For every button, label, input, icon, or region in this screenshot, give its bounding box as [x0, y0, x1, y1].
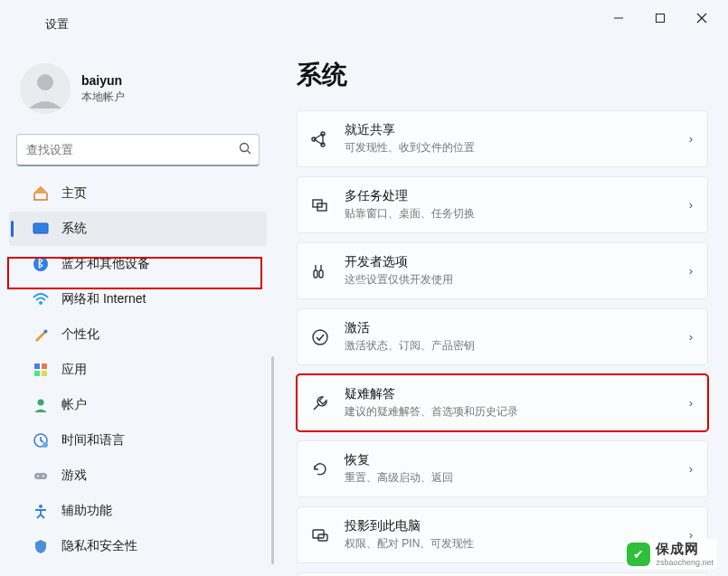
- nav-item-privacy[interactable]: 隐私和安全性: [9, 529, 267, 563]
- activation-icon: [310, 327, 330, 347]
- card-subtitle: 重置、高级启动、返回: [345, 470, 675, 486]
- card-recovery[interactable]: 恢复 重置、高级启动、返回 ›: [297, 440, 708, 497]
- nav-item-apps[interactable]: 应用: [9, 353, 267, 387]
- card-title: 开发者选项: [345, 254, 675, 270]
- nav-label: 个性化: [61, 326, 99, 343]
- svg-rect-11: [34, 364, 40, 369]
- nav-item-home[interactable]: 主页: [9, 176, 267, 211]
- svg-line-5: [248, 151, 251, 155]
- nav-label: 隐私和安全性: [61, 538, 137, 554]
- svg-point-29: [313, 330, 327, 345]
- personalization-icon: [33, 326, 49, 343]
- chevron-right-icon: ›: [689, 198, 693, 212]
- nav-item-accessibility[interactable]: 辅助功能: [9, 494, 267, 528]
- card-troubleshoot[interactable]: 疑难解答 建议的疑难解答、首选项和历史记录 ›: [297, 374, 708, 431]
- search-icon: [239, 142, 251, 157]
- watermark-url: zsbaocheng.net: [656, 558, 714, 567]
- nav-item-system[interactable]: 系统: [9, 212, 267, 246]
- page-title: 系统: [289, 47, 715, 110]
- card-title: 激活: [345, 320, 675, 336]
- nav-label: 游戏: [61, 467, 87, 484]
- card-subtitle: 贴靠窗口、桌面、任务切换: [345, 206, 675, 222]
- svg-rect-18: [34, 473, 47, 479]
- svg-rect-1: [657, 14, 665, 23]
- card-subtitle: 激活状态、订阅、产品密钥: [345, 338, 675, 354]
- svg-line-30: [314, 404, 319, 410]
- card-subtitle: 可发现性、收到文件的位置: [345, 140, 675, 156]
- card-activation[interactable]: 激活 激活状态、订阅、产品密钥 ›: [297, 308, 708, 365]
- nav-item-bluetooth[interactable]: 蓝牙和其他设备: [9, 247, 267, 281]
- sidebar-scrollbar[interactable]: [271, 356, 274, 564]
- nav-item-network[interactable]: 网络和 Internet: [9, 282, 267, 316]
- maximize-button[interactable]: [639, 4, 681, 33]
- watermark: ✔ 保成网 zsbaocheng.net: [625, 539, 717, 569]
- svg-point-20: [43, 476, 44, 477]
- bluetooth-icon: [33, 256, 49, 272]
- main-panel: 系统 就近共享 可发现性、收到文件的位置 › 多任务处理 贴靠窗口、桌面、任务切…: [289, 47, 715, 576]
- profile-account-type: 本地帐户: [81, 90, 125, 105]
- apps-icon: [33, 362, 49, 378]
- chevron-right-icon: ›: [689, 462, 693, 476]
- card-title: 就近共享: [345, 122, 675, 138]
- card-subtitle: 建议的疑难解答、首选项和历史记录: [345, 404, 675, 420]
- watermark-brand: 保成网: [656, 541, 714, 558]
- svg-point-21: [39, 505, 43, 508]
- network-icon: [33, 291, 49, 307]
- nav-label: 主页: [61, 185, 87, 202]
- share-icon: [310, 129, 330, 149]
- search-input[interactable]: [26, 143, 239, 156]
- accounts-icon: [33, 397, 49, 413]
- nav-item-gaming[interactable]: 游戏: [9, 458, 267, 493]
- privacy-icon: [33, 538, 49, 554]
- svg-point-15: [38, 400, 44, 406]
- nav-label: 蓝牙和其他设备: [61, 256, 150, 272]
- nav-item-time[interactable]: 时间和语言: [9, 423, 267, 458]
- nav-item-accounts[interactable]: 帐户: [9, 388, 267, 422]
- card-title: 疑难解答: [345, 386, 675, 402]
- card-title: 恢复: [345, 452, 675, 468]
- nav-label: 辅助功能: [61, 503, 112, 519]
- chevron-right-icon: ›: [689, 264, 693, 278]
- svg-point-3: [37, 74, 53, 90]
- svg-rect-27: [314, 270, 317, 278]
- card-multitasking[interactable]: 多任务处理 贴靠窗口、桌面、任务切换 ›: [297, 176, 708, 233]
- nav: 主页 系统 蓝牙和其他设备 网络和 Internet 个性化 应用: [0, 175, 276, 564]
- nav-label: 帐户: [61, 397, 87, 413]
- nav-label: 应用: [61, 362, 87, 378]
- svg-point-19: [37, 476, 39, 477]
- card-subtitle: 这些设置仅供开发使用: [345, 272, 675, 288]
- profile-block[interactable]: baiyun 本地帐户: [0, 52, 276, 130]
- nav-label: 网络和 Internet: [61, 291, 146, 307]
- nav-label: 时间和语言: [61, 432, 125, 449]
- svg-point-10: [44, 330, 48, 334]
- titlebar: [0, 0, 728, 36]
- svg-rect-6: [33, 223, 48, 233]
- search-box[interactable]: [16, 134, 260, 166]
- accessibility-icon: [33, 503, 49, 519]
- troubleshoot-icon: [310, 393, 330, 413]
- svg-point-9: [39, 301, 43, 305]
- multitask-icon: [310, 195, 330, 215]
- minimize-button[interactable]: [598, 4, 639, 33]
- svg-rect-14: [42, 371, 47, 376]
- card-developer[interactable]: 开发者选项 这些设置仅供开发使用 ›: [297, 242, 708, 299]
- nav-label: 系统: [61, 221, 87, 237]
- card-nearby-sharing[interactable]: 就近共享 可发现性、收到文件的位置 ›: [297, 110, 708, 167]
- system-icon: [33, 221, 49, 237]
- time-icon: [33, 432, 49, 449]
- card-remote-desktop[interactable]: 远程桌面: [297, 572, 708, 576]
- watermark-logo-icon: ✔: [627, 543, 650, 566]
- home-icon: [33, 185, 49, 202]
- avatar: [20, 63, 71, 114]
- profile-name: baiyun: [81, 73, 125, 88]
- gaming-icon: [33, 467, 49, 484]
- sidebar: baiyun 本地帐户 主页 系统 蓝牙和其他设备: [0, 47, 276, 576]
- svg-rect-28: [319, 270, 323, 278]
- svg-rect-13: [34, 371, 40, 376]
- chevron-right-icon: ›: [689, 396, 693, 410]
- project-icon: [310, 525, 330, 545]
- recovery-icon: [310, 459, 330, 479]
- close-button[interactable]: [681, 4, 723, 33]
- nav-item-personalization[interactable]: 个性化: [9, 317, 267, 352]
- chevron-right-icon: ›: [689, 132, 693, 146]
